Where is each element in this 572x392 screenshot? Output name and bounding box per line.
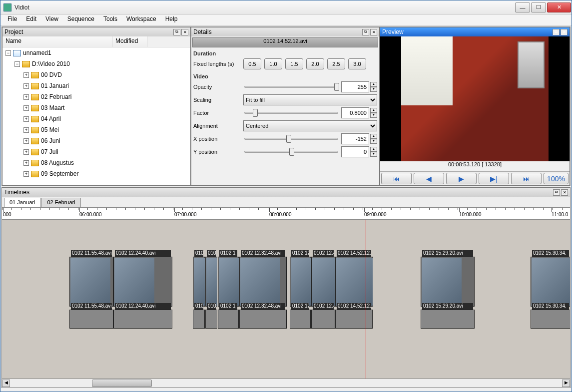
menu-help[interactable]: Help bbox=[161, 14, 182, 25]
goto-end-button[interactable]: ⏭ bbox=[511, 173, 542, 184]
details-close-button[interactable]: ✕ bbox=[370, 29, 377, 35]
expand-icon[interactable]: − bbox=[5, 50, 11, 56]
preview-close-button[interactable]: ✕ bbox=[561, 29, 568, 35]
timeline-body[interactable]: 0102 11.55.48.avi0102 12.24.40.avi010201… bbox=[2, 220, 570, 379]
audio-clip-9[interactable]: 0102 15.29.20.avi bbox=[421, 310, 475, 329]
video-clip-3[interactable]: 0102 bbox=[205, 257, 217, 307]
audio-clip-7[interactable]: 0102 12.40 bbox=[311, 310, 335, 329]
factor-up[interactable]: ▲ bbox=[370, 108, 377, 113]
video-clip-2[interactable]: 0102 bbox=[193, 257, 205, 307]
video-clip-6[interactable]: 0102 12. bbox=[290, 257, 311, 307]
video-clip-7[interactable]: 0102 12.40 bbox=[311, 257, 335, 307]
tree-node-child-9[interactable]: +09 September bbox=[2, 168, 190, 179]
close-button[interactable]: ✕ bbox=[547, 2, 571, 12]
audio-track[interactable]: 0102 11.55.48.avi0102 12.24.40.avi010201… bbox=[2, 310, 570, 329]
opacity-slider[interactable] bbox=[243, 81, 339, 92]
project-dock-button[interactable]: ⧉ bbox=[173, 29, 180, 35]
col-modified[interactable]: Modified bbox=[112, 36, 147, 47]
expand-icon[interactable]: + bbox=[23, 138, 29, 144]
expand-icon[interactable]: + bbox=[23, 116, 29, 122]
xpos-down[interactable]: ▼ bbox=[370, 139, 377, 144]
alignment-select[interactable]: Centered bbox=[243, 120, 377, 131]
tree-node-child-8[interactable]: +08 Augustus bbox=[2, 157, 190, 168]
menu-file[interactable]: File bbox=[3, 14, 21, 25]
video-clip-8[interactable]: 0102 14.52.12.avi bbox=[335, 257, 373, 307]
video-clip-1[interactable]: 0102 12.24.40.avi bbox=[113, 257, 172, 307]
preview-dock-button[interactable]: ⧉ bbox=[553, 29, 560, 35]
audio-clip-6[interactable]: 0102 12. bbox=[290, 310, 311, 329]
zoom-percent[interactable]: 100% bbox=[544, 173, 569, 184]
factor-slider[interactable] bbox=[243, 107, 339, 118]
expand-icon[interactable]: + bbox=[23, 83, 29, 89]
scroll-thumb[interactable] bbox=[92, 380, 152, 387]
tree-node-child-6[interactable]: +06 Juni bbox=[2, 135, 190, 146]
expand-icon[interactable]: + bbox=[23, 127, 29, 133]
audio-clip-4[interactable]: 0102 1 bbox=[218, 310, 239, 329]
audio-clip-1[interactable]: 0102 12.24.40.avi bbox=[113, 310, 172, 329]
xpos-value[interactable] bbox=[341, 133, 369, 144]
fixed-length-1.0[interactable]: 1.0 bbox=[264, 58, 282, 69]
fixed-length-1.5[interactable]: 1.5 bbox=[285, 58, 303, 69]
audio-clip-0[interactable]: 0102 11.55.48.avi bbox=[69, 310, 113, 329]
timeline-ruler[interactable]: 00006:00.00007:00.00008:00.00009:00.0001… bbox=[2, 208, 570, 220]
factor-value[interactable] bbox=[341, 107, 369, 118]
audio-clip-2[interactable]: 0102 bbox=[193, 310, 205, 329]
timelines-dock-button[interactable]: ⧉ bbox=[553, 189, 560, 196]
goto-start-button[interactable]: ⏮ bbox=[381, 173, 412, 184]
expand-icon[interactable]: − bbox=[14, 61, 20, 67]
tree-node-folder[interactable]: −D:\Video 2010 bbox=[2, 58, 190, 69]
menu-edit[interactable]: Edit bbox=[22, 14, 40, 25]
xpos-slider[interactable] bbox=[243, 133, 339, 144]
tree-node-child-2[interactable]: +02 Februari bbox=[2, 91, 190, 102]
ypos-up[interactable]: ▲ bbox=[370, 147, 377, 152]
factor-down[interactable]: ▼ bbox=[370, 113, 377, 118]
video-clip-10[interactable]: 0102 15.30.34. bbox=[531, 257, 570, 307]
menu-view[interactable]: View bbox=[41, 14, 62, 25]
project-tree[interactable]: −unnamed1−D:\Video 2010+00 DVD+01 Januar… bbox=[2, 47, 190, 185]
ypos-slider[interactable] bbox=[243, 146, 339, 157]
audio-clip-8[interactable]: 0102 14.52.12.avi bbox=[335, 310, 373, 329]
scroll-left-button[interactable]: ◀ bbox=[2, 380, 10, 387]
playhead[interactable] bbox=[366, 220, 366, 379]
fixed-length-0.5[interactable]: 0.5 bbox=[243, 58, 261, 69]
menu-sequence[interactable]: Sequence bbox=[63, 14, 98, 25]
expand-icon[interactable]: + bbox=[23, 105, 29, 111]
video-clip-0[interactable]: 0102 11.55.48.avi bbox=[69, 257, 113, 307]
minimize-button[interactable]: — bbox=[515, 2, 530, 12]
opacity-value[interactable] bbox=[341, 81, 369, 92]
opacity-up[interactable]: ▲ bbox=[370, 82, 377, 87]
timelines-close-button[interactable]: ✕ bbox=[561, 189, 568, 196]
tree-node-child-1[interactable]: +01 Januari bbox=[2, 80, 190, 91]
fixed-length-2.0[interactable]: 2.0 bbox=[306, 58, 324, 69]
fixed-length-2.5[interactable]: 2.5 bbox=[327, 58, 345, 69]
play-button[interactable]: ▶ bbox=[446, 173, 477, 184]
maximize-button[interactable]: ☐ bbox=[531, 2, 546, 12]
prev-frame-button[interactable]: ◀ bbox=[414, 173, 444, 184]
details-dock-button[interactable]: ⧉ bbox=[362, 29, 369, 35]
preview-canvas[interactable] bbox=[380, 36, 570, 161]
timeline-tab-1[interactable]: 02 Februari bbox=[41, 198, 80, 207]
project-close-button[interactable]: ✕ bbox=[181, 29, 188, 35]
tree-node-child-4[interactable]: +04 April bbox=[2, 113, 190, 124]
tree-node-child-5[interactable]: +05 Mei bbox=[2, 124, 190, 135]
expand-icon[interactable]: + bbox=[23, 94, 29, 100]
tree-node-child-7[interactable]: +07 Juli bbox=[2, 146, 190, 157]
next-frame-button[interactable]: ▶| bbox=[479, 173, 509, 184]
video-track[interactable]: 0102 11.55.48.avi0102 12.24.40.avi010201… bbox=[2, 257, 570, 307]
video-clip-9[interactable]: 0102 15.29.20.avi bbox=[421, 257, 475, 307]
scaling-select[interactable]: Fit to fill bbox=[243, 94, 377, 105]
expand-icon[interactable]: + bbox=[23, 160, 29, 166]
menu-tools[interactable]: Tools bbox=[99, 14, 121, 25]
video-clip-4[interactable]: 0102 1 bbox=[218, 257, 239, 307]
fixed-length-3.0[interactable]: 3.0 bbox=[348, 58, 366, 69]
video-clip-5[interactable]: 0102 12.32.48.avi bbox=[239, 257, 287, 307]
expand-icon[interactable]: + bbox=[23, 171, 29, 177]
audio-clip-5[interactable]: 0102 12.32.48.avi bbox=[239, 310, 287, 329]
expand-icon[interactable]: + bbox=[23, 72, 29, 78]
scroll-right-button[interactable]: ▶ bbox=[562, 380, 570, 387]
menu-workspace[interactable]: Workspace bbox=[122, 14, 160, 25]
ypos-value[interactable] bbox=[341, 146, 369, 157]
col-name[interactable]: Name bbox=[2, 36, 112, 47]
xpos-up[interactable]: ▲ bbox=[370, 134, 377, 139]
audio-clip-10[interactable]: 0102 15.30.34. bbox=[531, 310, 570, 329]
